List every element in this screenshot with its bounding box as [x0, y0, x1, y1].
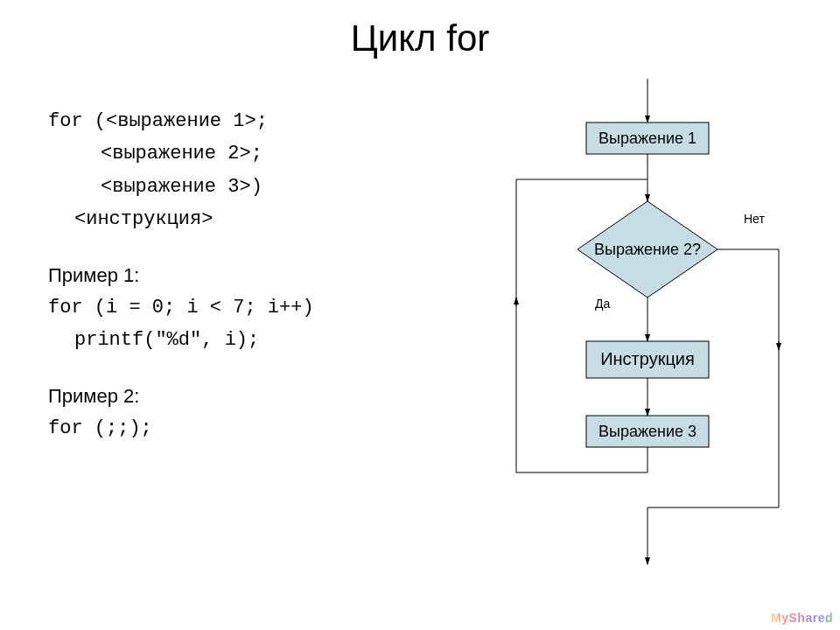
flow-no-label: Нет [744, 212, 765, 226]
flow-box-instruction-label: Инструкция [600, 349, 695, 368]
example-2-label: Пример 2: [48, 380, 424, 412]
flow-diamond-label: Выражение 2? [594, 241, 701, 258]
syntax-line-1: for (<выражение 1>; [48, 105, 424, 137]
flowchart: Выражение 1 Выражение 2? Да Нет Инструкц… [464, 79, 831, 586]
syntax-line-3: <выражение 3>) [101, 171, 424, 203]
flow-box-expr3-label: Выражение 3 [598, 423, 696, 440]
code-block: for (<выражение 1>; <выражение 2>; <выра… [48, 105, 424, 445]
example-1-line-2: printf("%d", i); [74, 324, 424, 356]
slide-title: Цикл for [0, 18, 840, 60]
watermark: MyShared [771, 611, 833, 625]
example-1-label: Пример 1: [48, 259, 424, 291]
example-1-line-1: for (i = 0; i < 7; i++) [48, 291, 424, 324]
flow-box-expr1-label: Выражение 1 [598, 130, 696, 147]
example-2-line-1: for (;;); [48, 412, 424, 444]
syntax-line-4: <инструкция> [74, 203, 424, 235]
flow-yes-label: Да [595, 297, 610, 311]
syntax-line-2: <выражение 2>; [101, 137, 424, 170]
